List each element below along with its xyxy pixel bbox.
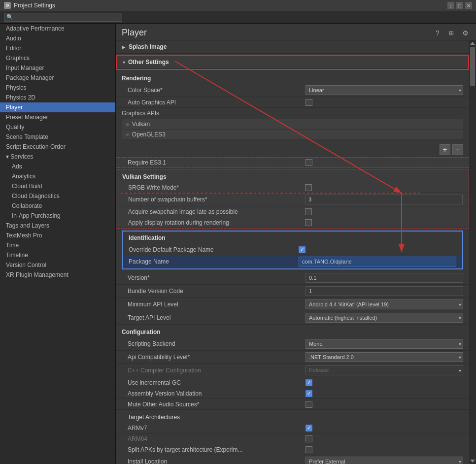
scripting-backend-value: Mono IL2CPP [306,339,463,349]
header-icons: ? ⊞ ⚙ [433,28,470,38]
bundle-version-code-value [306,286,463,296]
bundle-version-code-row: Bundle Version Code [116,285,469,298]
color-space-row: Color Space* Linear Gamma [116,84,469,97]
scrollbar[interactable] [469,40,476,464]
armv7-row: ARMv7 [116,423,469,433]
page-title: Player [122,28,147,38]
bundle-version-code-label: Bundle Version Code [128,288,306,295]
vulkan-api-item: ≡ Vulkan [122,119,463,130]
sidebar-item-services[interactable]: ▾ Services [0,152,115,162]
content-header: Player ? ⊞ ⚙ [116,24,476,40]
scripting-backend-dropdown-wrap: Mono IL2CPP [306,339,463,349]
help-button[interactable]: ? [433,28,442,38]
opengles3-label: OpenGLES3 [132,131,166,138]
min-api-level-label: Minimum API Level [128,301,306,308]
sidebar-item-editor[interactable]: Editor [0,43,115,53]
scroll-thumb[interactable] [470,47,475,86]
main-layout: Adaptive Performance Audio Editor Graphi… [0,24,476,464]
apply-display-rotation-checkbox[interactable] [305,219,312,226]
bundle-version-code-input[interactable] [306,286,463,296]
api-compatibility-dropdown[interactable]: .NET Standard 2.0 .NET 4.x [306,352,463,362]
override-package-name-checkbox[interactable] [299,246,306,253]
mute-audio-checkbox[interactable] [306,401,312,408]
sidebar-item-scene-template[interactable]: Scene Template [0,132,115,142]
sidebar-item-audio[interactable]: Audio [0,33,115,43]
auto-graphics-api-checkbox[interactable] [306,99,312,106]
sidebar-item-cloud-diagnostics[interactable]: Cloud Diagnostics [0,191,115,201]
target-api-level-value: Automatic (highest installed) [306,313,463,323]
version-label: Version* [128,274,306,281]
add-api-button[interactable]: + [440,144,450,155]
other-settings-section[interactable]: ▾ Other Settings [117,56,468,69]
split-apks-value [306,446,463,453]
sidebar-item-physics[interactable]: Physics [0,83,115,93]
auto-graphics-api-row: Auto Graphics API [116,97,469,108]
version-value [306,273,463,283]
sidebar-item-quality[interactable]: Quality [0,122,115,132]
target-api-level-dropdown[interactable]: Automatic (highest installed) [306,313,463,323]
sidebar-item-textmesh-pro[interactable]: TextMesh Pro [0,231,115,240]
close-button[interactable]: ✕ [465,2,472,9]
incremental-gc-checkbox[interactable] [306,379,312,386]
scripting-backend-dropdown[interactable]: Mono IL2CPP [306,339,463,349]
srgb-write-mode-checkbox[interactable] [305,184,312,191]
sidebar-item-time[interactable]: Time [0,240,115,250]
swapchain-buffers-input[interactable] [305,195,463,204]
sidebar-item-package-manager[interactable]: Package Manager [0,73,115,83]
cpp-compiler-value: Release [306,365,463,375]
content-scroll[interactable]: ▶ Splash Image ▾ Other Settings Renderin… [116,40,469,464]
version-row: Version* [116,271,469,285]
sidebar-item-cloud-build[interactable]: Cloud Build [0,181,115,191]
install-location-dropdown-wrap: Prefer External Force Internal Force Ext… [306,457,463,464]
auto-graphics-api-value [306,99,463,106]
acquire-swapchain-checkbox[interactable] [305,208,312,215]
color-space-value: Linear Gamma [306,85,463,95]
sidebar-item-input-manager[interactable]: Input Manager [0,63,115,73]
incremental-gc-label: Use incremental GC [128,379,306,386]
assembly-validation-checkbox[interactable] [306,390,312,397]
arm64-checkbox[interactable] [306,435,312,442]
restore-button[interactable]: □ [456,2,463,9]
apply-display-rotation-value [305,219,463,226]
search-input[interactable] [15,14,120,20]
target-architectures-title: Target Architectures [116,410,469,423]
sidebar-item-collaborate[interactable]: Collaborate [0,201,115,211]
sidebar-item-timeline[interactable]: Timeline [0,250,115,260]
color-space-dropdown[interactable]: Linear Gamma [306,85,463,95]
scroll-down-arrow[interactable] [470,460,475,463]
sidebar-item-adaptive-performance[interactable]: Adaptive Performance [0,24,115,33]
menu-button[interactable]: ⋮ [447,2,454,9]
split-apks-checkbox[interactable] [306,446,312,453]
install-location-dropdown[interactable]: Prefer External Force Internal Force Ext… [306,457,463,464]
install-location-value: Prefer External Force Internal Force Ext… [306,457,463,464]
sidebar-item-preset-manager[interactable]: Preset Manager [0,112,115,122]
layout-button[interactable]: ⊞ [446,28,456,38]
settings-gear-button[interactable]: ⚙ [460,28,470,38]
target-api-level-label: Target API Level [128,314,306,321]
assembly-validation-row: Assembly Version Validation [116,388,469,399]
sidebar-item-version-control[interactable]: Version Control [0,260,115,270]
sidebar-item-graphics[interactable]: Graphics [0,53,115,63]
package-name-input[interactable] [299,257,456,266]
sidebar-item-xr-plugin[interactable]: XR Plugin Management [0,270,115,280]
incremental-gc-value [306,379,463,386]
sidebar-item-player[interactable]: Player [0,102,115,112]
opengles3-api-item: ≡ OpenGLES3 [122,130,463,140]
min-api-level-dropdown[interactable]: Android 4.4 'KitKat' (API level 19) [306,299,463,309]
version-input[interactable] [306,273,463,283]
armv7-checkbox[interactable] [306,425,312,431]
splash-image-section[interactable]: ▶ Splash Image [116,40,469,54]
override-package-name-row: Override Default Package Name [123,244,462,255]
sidebar-item-ads[interactable]: Ads [0,162,115,171]
cpp-compiler-dropdown-wrap: Release [306,365,463,375]
sidebar-item-script-execution-order[interactable]: Script Execution Order [0,142,115,152]
sidebar-item-in-app-purchasing[interactable]: In-App Purchasing [0,211,115,221]
window-controls: ⋮ □ ✕ [447,2,472,9]
sidebar-item-physics2d[interactable]: Physics 2D [0,93,115,102]
remove-api-button[interactable]: − [452,144,463,155]
sidebar-item-tags-and-layers[interactable]: Tags and Layers [0,221,115,231]
require-es31-checkbox[interactable] [306,159,312,166]
sidebar-item-analytics[interactable]: Analytics [0,171,115,181]
arm64-row: ARM64 [116,433,469,444]
scroll-up-arrow[interactable] [470,42,475,45]
